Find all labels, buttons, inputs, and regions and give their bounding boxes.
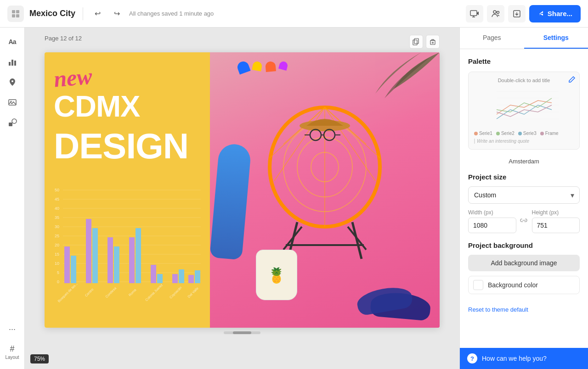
svg-rect-48 [114,246,119,283]
svg-point-7 [493,11,496,13]
canvas-container[interactable]: new CDMX DESIGN [45,52,440,328]
svg-text:35: 35 [55,215,59,220]
svg-rect-14 [9,100,16,105]
svg-rect-46 [92,228,98,283]
svg-text:Coyoacán: Coyoacán [169,285,182,299]
svg-rect-13 [14,61,16,66]
svg-rect-45 [86,219,91,283]
svg-line-69 [325,107,375,181]
left-sidebar: Aa ··· # Layout [0,28,25,369]
present-button[interactable] [466,5,483,22]
svg-rect-43 [64,246,70,283]
project-background-title: Project background [468,241,580,249]
svg-rect-56 [195,270,200,283]
tab-pages[interactable]: Pages [460,28,524,49]
project-size-dropdown[interactable]: Custom Letter A4 Instagram Post [468,186,580,204]
svg-text:Colonia Juarez: Colonia Juarez [144,283,164,302]
svg-rect-44 [71,256,76,283]
svg-line-67 [274,107,325,181]
svg-rect-0 [12,10,15,13]
height-input[interactable] [532,218,580,233]
project-size-title: Project size [468,173,580,181]
svg-rect-55 [188,275,194,283]
zoom-indicator: 75% [30,354,49,363]
svg-rect-3 [16,14,19,17]
link-icon [520,216,528,226]
svg-line-78 [348,227,366,250]
palette-preview[interactable]: Double-click to add title Serie1 [468,72,580,150]
svg-rect-20 [430,40,435,45]
canvas-cdmx: CDMX [54,91,140,121]
reset-theme-link[interactable]: Reset to theme default [460,302,588,317]
palette-legend: Serie1 Serie2 Serie3 Frame [474,131,574,136]
help-bar[interactable]: ? How can we help you? [460,348,588,369]
export-button[interactable] [508,5,526,22]
sidebar-item-map[interactable] [4,73,21,91]
svg-rect-11 [9,62,11,66]
palette-edit-button[interactable] [568,76,576,85]
sidebar-item-chart[interactable] [4,53,21,71]
bar-chart: 0 5 10 15 20 25 30 35 40 45 50 [45,185,210,328]
sidebar-item-more[interactable]: ··· [4,320,21,338]
background-color-swatch [473,280,483,290]
svg-text:25: 25 [55,234,59,238]
svg-rect-19 [414,39,418,44]
palette-chart-svg [487,87,561,128]
svg-rect-1 [16,10,19,13]
sidebar-item-text[interactable]: Aa [4,33,21,50]
project-background-section: Project background Add background image … [460,241,588,302]
delete-page-button[interactable] [426,35,440,49]
share-button[interactable]: Share... [529,5,581,22]
background-color-row[interactable]: Background color [468,276,580,294]
palette-section: Palette Double-click to add title [460,49,588,165]
svg-text:Condesa: Condesa [104,286,117,299]
project-size-dropdown-wrapper[interactable]: Custom Letter A4 Instagram Post [468,186,580,204]
canvas-area[interactable]: Page 12 of 12 new CDMX [25,28,459,369]
layout-button[interactable]: # Layout [5,341,19,363]
canvas-new-text: new [53,64,93,90]
svg-text:15: 15 [55,252,59,257]
svg-rect-49 [129,237,135,283]
sidebar-item-image[interactable] [4,94,21,111]
width-label: Width (px) [468,209,516,216]
svg-rect-51 [151,265,156,283]
palette-title: Palette [468,57,580,65]
project-title: Mexico City [29,9,75,18]
palette-preview-title: Double-click to add title [474,78,574,83]
project-size-section: Project size Custom Letter A4 Instagram … [460,165,588,241]
background-color-label: Background color [488,281,538,289]
add-background-image-button[interactable]: Add background image [468,255,580,271]
divider [83,7,83,20]
help-text: How can we help you? [482,355,547,362]
svg-text:0: 0 [57,280,59,284]
tab-settings[interactable]: Settings [524,28,588,49]
saved-status: All changes saved 1 minute ago [129,10,460,17]
svg-line-76 [352,222,362,259]
redo-button[interactable]: ↪ [110,7,124,21]
svg-text:40: 40 [55,206,59,211]
palette-quote: Write an interesting quote [474,139,574,144]
svg-text:Centro: Centro [84,287,94,297]
svg-line-77 [283,227,302,250]
sidebar-item-shapes[interactable] [4,114,21,131]
svg-text:Roma: Roma [128,287,137,297]
svg-point-8 [497,11,499,13]
svg-rect-18 [413,40,417,45]
main-area: Aa ··· # Layout Page 12 of 12 [0,28,588,369]
svg-rect-2 [12,14,15,17]
svg-rect-4 [470,11,477,16]
canvas-left-panel: new CDMX DESIGN [45,52,210,328]
height-label: Height (px) [532,209,580,216]
help-icon: ? [467,353,477,363]
palette-name: Amsterdam [468,158,580,165]
width-input[interactable] [468,218,516,233]
canvas-design: DESIGN [54,128,188,164]
duplicate-page-button[interactable] [409,35,423,49]
canvas-scrollbar[interactable] [224,331,260,334]
collaborate-button[interactable] [487,5,504,22]
svg-text:10: 10 [55,261,59,266]
svg-rect-12 [11,60,13,66]
svg-text:5: 5 [57,270,59,275]
undo-button[interactable]: ↩ [90,7,104,21]
right-sidebar: Pages Settings Palette Double-click to a… [459,28,588,369]
